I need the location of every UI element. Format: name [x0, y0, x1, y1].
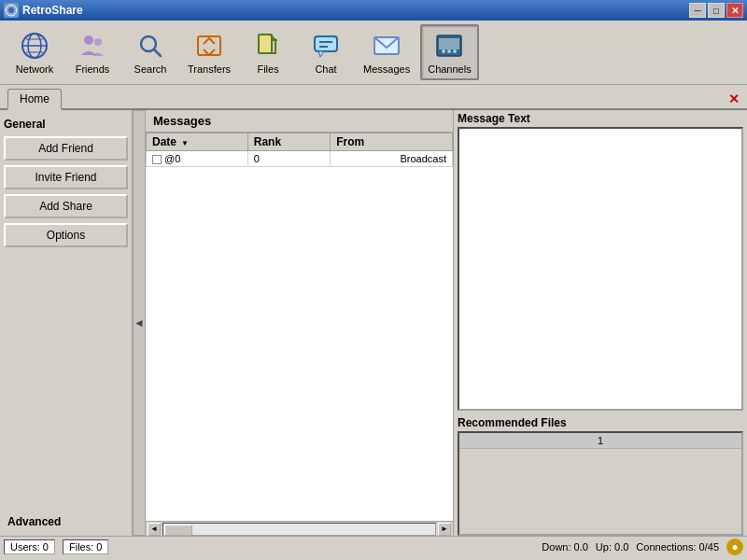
- recommended-files-panel: Recommended Files 1: [458, 414, 743, 536]
- status-bar: Users: 0 Files: 0 Down: 0.0 Up: 0.0 Conn…: [0, 536, 747, 556]
- maximize-button[interactable]: □: [708, 3, 725, 18]
- tab-home[interactable]: Home: [7, 89, 62, 110]
- svg-rect-21: [439, 38, 459, 49]
- status-indicator-icon: ●: [726, 539, 743, 555]
- sort-arrow-icon: ▼: [181, 139, 189, 147]
- toolbar-label-network: Network: [16, 63, 53, 75]
- tab-bar: Home ✕: [0, 85, 747, 110]
- svg-rect-12: [259, 35, 272, 53]
- add-friend-button[interactable]: Add Friend: [4, 136, 128, 161]
- horizontal-scrollbar[interactable]: ◄ ►: [146, 521, 453, 536]
- files-icon: [253, 31, 283, 61]
- toolbar-btn-messages[interactable]: Messages: [357, 24, 416, 80]
- svg-point-22: [442, 49, 445, 53]
- toolbar-btn-channels[interactable]: Channels: [420, 24, 478, 80]
- status-left: Users: 0 Files: 0: [4, 539, 108, 554]
- title-bar: RetroShare ─ □ ✕: [0, 0, 747, 21]
- recommended-files-header: Recommended Files: [458, 414, 743, 431]
- network-icon: [20, 31, 49, 61]
- friends-icon: [78, 31, 107, 61]
- users-status: Users: 0: [4, 539, 55, 554]
- scroll-thumb[interactable]: [164, 525, 192, 536]
- toolbar-label-messages: Messages: [363, 63, 410, 75]
- svg-point-7: [84, 35, 93, 45]
- toolbar-btn-network[interactable]: Network: [7, 24, 62, 80]
- sidebar-bottom: Advanced: [4, 511, 128, 532]
- toolbar-label-friends: Friends: [76, 63, 110, 75]
- sidebar: General Add Friend Invite Friend Add Sha…: [0, 110, 133, 536]
- minimize-button[interactable]: ─: [689, 3, 706, 18]
- window-controls: ─ □ ✕: [689, 3, 743, 18]
- rec-files-row[interactable]: 1: [459, 433, 741, 449]
- transfers-icon: [194, 31, 224, 61]
- message-text-panel: Message Text: [458, 110, 743, 411]
- add-share-button[interactable]: Add Share: [4, 194, 128, 218]
- invite-friend-button[interactable]: Invite Friend: [4, 165, 128, 189]
- messages-icon: [372, 31, 402, 61]
- toolbar-btn-files[interactable]: Files: [241, 24, 295, 80]
- tab-close-button[interactable]: ✕: [728, 91, 740, 106]
- svg-point-8: [94, 38, 102, 46]
- files-status: Files: 0: [63, 539, 108, 554]
- chat-icon: [311, 31, 341, 61]
- toolbar-btn-transfers[interactable]: Transfers: [181, 24, 237, 80]
- col-date[interactable]: Date ▼: [147, 133, 248, 151]
- messages-list: Messages Date ▼ Rank: [146, 110, 454, 536]
- options-button[interactable]: Options: [4, 223, 128, 247]
- title-bar-left: RetroShare: [4, 3, 83, 18]
- svg-point-23: [447, 49, 451, 53]
- recommended-files-list[interactable]: 1: [458, 431, 743, 536]
- status-right: Down: 0.0 Up: 0.0 Connections: 0/45 ●: [542, 539, 743, 555]
- cell-from: Broadcast: [331, 151, 453, 167]
- cell-rank: 0: [247, 151, 331, 167]
- svg-marker-16: [318, 51, 324, 57]
- sidebar-advanced-label: Advanced: [7, 515, 124, 528]
- svg-point-1: [8, 7, 14, 13]
- collapse-icon: ◄: [134, 316, 145, 329]
- up-status: Up: 0.0: [596, 541, 628, 553]
- close-button[interactable]: ✕: [726, 3, 743, 18]
- sidebar-collapse-handle[interactable]: ◄: [133, 110, 146, 536]
- toolbar-btn-friends[interactable]: Friends: [65, 24, 120, 80]
- svg-rect-15: [315, 36, 337, 51]
- message-text-area[interactable]: [458, 127, 743, 411]
- connections-status: Connections: 0/45: [636, 541, 719, 553]
- messages-header: Messages: [146, 110, 453, 133]
- toolbar: NetworkFriendsSearchTransfersFilesChatMe…: [0, 21, 747, 85]
- panel-right: Messages Date ▼ Rank: [146, 110, 747, 536]
- svg-point-24: [453, 49, 457, 53]
- scroll-track[interactable]: [162, 523, 436, 536]
- scroll-right-button[interactable]: ►: [438, 523, 451, 536]
- channels-icon: [434, 31, 464, 61]
- cell-date: @0: [147, 151, 248, 167]
- messages-panel: Messages Date ▼ Rank: [146, 110, 747, 536]
- scroll-left-button[interactable]: ◄: [148, 523, 161, 536]
- main-content: General Add Friend Invite Friend Add Sha…: [0, 110, 747, 536]
- toolbar-label-transfers: Transfers: [188, 63, 231, 75]
- messages-table[interactable]: Date ▼ Rank From: [146, 133, 453, 521]
- right-panels: Message Text Recommended Files 1: [454, 110, 747, 536]
- toolbar-btn-search[interactable]: Search: [123, 24, 177, 80]
- toolbar-btn-chat[interactable]: Chat: [299, 24, 353, 80]
- col-rank-label: Rank: [254, 135, 281, 148]
- col-rank[interactable]: Rank: [247, 133, 331, 151]
- toolbar-label-files: Files: [257, 63, 278, 75]
- message-text-header: Message Text: [458, 110, 743, 127]
- app-icon: [4, 3, 19, 18]
- svg-line-10: [154, 49, 161, 56]
- down-status: Down: 0.0: [542, 541, 588, 553]
- tab-home-label: Home: [20, 92, 49, 105]
- table-row[interactable]: @00Broadcast: [147, 151, 453, 167]
- sidebar-general-label: General: [4, 118, 128, 131]
- status-dot: ●: [731, 540, 738, 553]
- toolbar-label-channels: Channels: [428, 63, 471, 75]
- col-from[interactable]: From: [331, 133, 453, 151]
- window-title: RetroShare: [22, 4, 83, 17]
- col-date-label: Date: [152, 135, 176, 148]
- col-from-label: From: [336, 135, 364, 148]
- toolbar-label-search: Search: [134, 63, 167, 75]
- search-icon: [135, 31, 165, 61]
- toolbar-label-chat: Chat: [315, 63, 336, 75]
